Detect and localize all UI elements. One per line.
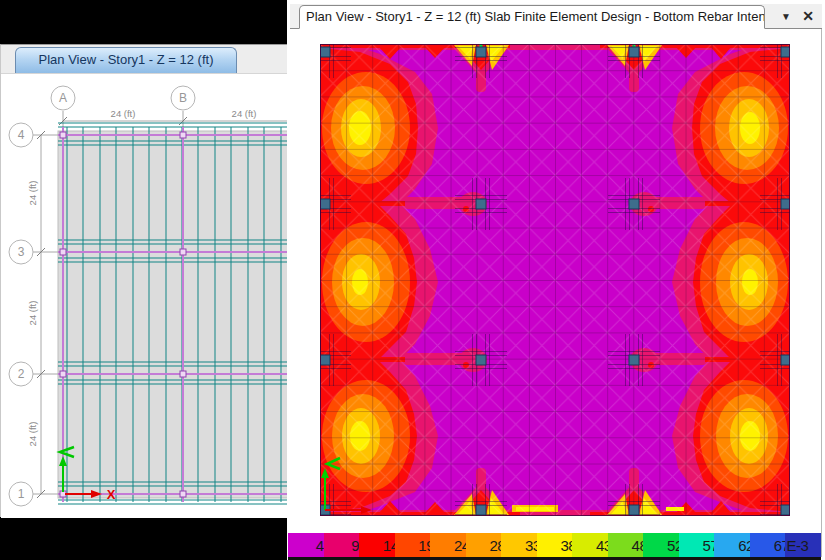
legend-cell: 48	[288, 533, 324, 557]
legend-cell: E-3	[785, 533, 821, 557]
legend-cell: 336	[501, 533, 537, 557]
dim-label: 24 (ft)	[232, 108, 257, 119]
dim-label: 24 (ft)	[27, 301, 38, 326]
plan-view-window: Plan View - Story1 - Z = 12 (ft)	[0, 44, 287, 517]
legend-cell: 384	[537, 533, 573, 557]
contour-legend: 4896144192240288336384432480528576624672…	[288, 533, 821, 560]
menu-dropdown-icon[interactable]: ▼	[776, 7, 796, 26]
legend-cell: 624	[714, 533, 750, 557]
legend-cell: 576	[679, 533, 715, 557]
legend-cell: 240	[430, 533, 466, 557]
application-background: { "left_window": { "tab": "Plan View - S…	[0, 0, 825, 560]
slab-outline	[58, 131, 288, 498]
grid-label-4: 4	[18, 128, 25, 142]
grid-label-2: 2	[18, 367, 25, 381]
grid-label-b: B	[179, 91, 187, 105]
close-icon[interactable]: ✕	[798, 7, 818, 26]
fe-mesh	[320, 44, 790, 516]
dim-label: 24 (ft)	[27, 181, 38, 206]
legend-unit-label: E-3	[786, 537, 808, 554]
dim-label: 24 (ft)	[27, 422, 38, 447]
legend-cell: 672	[750, 533, 786, 557]
legend-cell: 432	[572, 533, 608, 557]
grid-label-a: A	[59, 91, 67, 105]
tab-plan-view[interactable]: Plan View - Story1 - Z = 12 (ft)	[15, 47, 237, 73]
grid-label-3: 3	[18, 245, 25, 259]
legend-cell: 96	[324, 533, 360, 557]
legend-cell: 480	[608, 533, 644, 557]
x-axis-label: X	[107, 487, 116, 502]
rebar-intensity-window: Plan View - Story1 - Z = 12 (ft) Slab Fi…	[287, 0, 825, 560]
window-border	[821, 29, 822, 557]
plan-view-canvas[interactable]: 24 (ft) 24 (ft) 24 (ft) 24 (ft) 24 (ft)	[1, 74, 288, 518]
right-tab-strip: Plan View - Story1 - Z = 12 (ft) Slab Fi…	[290, 4, 822, 29]
dim-label: 24 (ft)	[111, 108, 136, 119]
legend-cell: 288	[466, 533, 502, 557]
legend-cell: 144	[359, 533, 395, 557]
grid-label-1: 1	[18, 487, 25, 501]
legend-cell: 528	[643, 533, 679, 557]
tab-slab-design[interactable]: Plan View - Story1 - Z = 12 (ft) Slab Fi…	[299, 5, 765, 29]
legend-cell: 192	[395, 533, 431, 557]
rebar-intensity-heatmap[interactable]	[320, 44, 790, 516]
left-tab-strip: Plan View - Story1 - Z = 12 (ft)	[1, 45, 287, 74]
